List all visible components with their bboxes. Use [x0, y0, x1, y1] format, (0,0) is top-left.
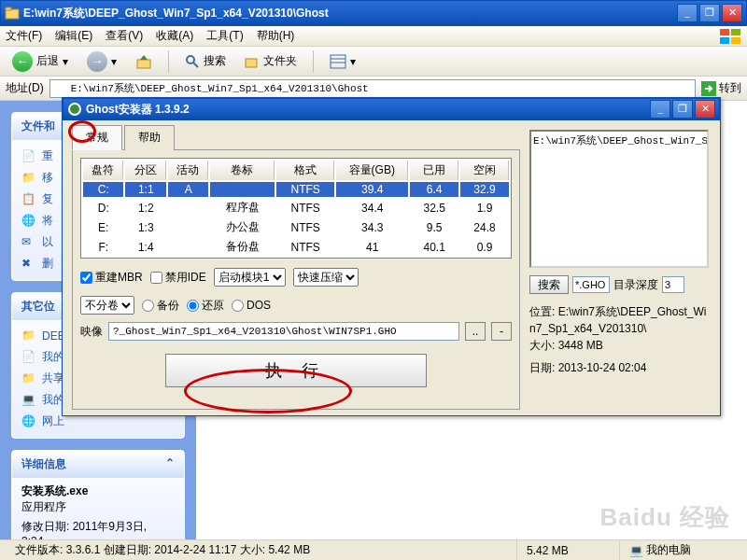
tab-general[interactable]: 常规: [72, 125, 122, 150]
col-active[interactable]: 活动: [168, 161, 208, 180]
folder-up-icon: [135, 53, 152, 70]
address-input[interactable]: [49, 79, 696, 98]
compression-select[interactable]: 快速压缩: [293, 268, 359, 287]
menu-file[interactable]: 文件(F): [6, 28, 42, 44]
backup-radio[interactable]: 备份: [142, 298, 179, 314]
table-row[interactable]: F:1:4备份盘NTFS4140.10.9: [83, 238, 509, 256]
maximize-button[interactable]: ❐: [699, 4, 720, 22]
depth-input[interactable]: [662, 276, 684, 293]
image-path-input[interactable]: [108, 322, 459, 341]
tab-bar: 常规 帮助: [72, 124, 520, 150]
svg-rect-3: [731, 29, 740, 35]
dos-radio[interactable]: DOS: [232, 299, 271, 312]
table-row[interactable]: E:1:3办公盘NTFS34.39.524.8: [83, 218, 509, 236]
folders-button[interactable]: 文件夹: [238, 50, 303, 72]
svg-point-15: [70, 105, 79, 114]
menu-help[interactable]: 帮助(H): [257, 28, 295, 44]
details-modified: 修改日期: 2011年9月3日,: [21, 519, 175, 535]
col-drive[interactable]: 盘符: [83, 161, 123, 180]
views-icon: [330, 54, 346, 69]
toolbar: ←后退▾ →▾ 搜索 文件夹 ▾: [0, 47, 747, 77]
remove-button[interactable]: -: [491, 322, 512, 341]
col-free[interactable]: 空闲: [460, 161, 509, 180]
details-panel-title: 详细信息: [21, 456, 66, 472]
svg-rect-6: [137, 60, 150, 68]
date-value: 2013-10-24 02:04: [558, 361, 647, 374]
chevron-up-icon[interactable]: ⌃: [165, 456, 175, 472]
dialog-minimize-button[interactable]: _: [650, 100, 670, 119]
places-panel-title: 其它位: [21, 299, 55, 315]
svg-rect-2: [720, 29, 729, 35]
dialog-maximize-button[interactable]: ❐: [672, 100, 693, 119]
svg-rect-5: [731, 37, 740, 44]
menu-edit[interactable]: 编辑(E): [55, 28, 92, 44]
folder-icon: [5, 6, 20, 21]
ghost-dialog: Ghost安装器 1.3.9.2 _ ❐ ✕ 常规 帮助 盘符 分区 活动 卷标…: [62, 97, 721, 416]
rebuild-mbr-checkbox[interactable]: 重建MBR: [80, 270, 143, 286]
app-icon: [67, 102, 82, 117]
search-icon: [185, 54, 200, 69]
browse-button[interactable]: ..: [465, 322, 486, 341]
menu-tools[interactable]: 工具(T): [206, 28, 243, 44]
chevron-down-icon: ▾: [63, 55, 68, 68]
image-label: 映像: [80, 324, 103, 340]
col-used[interactable]: 已用: [410, 161, 458, 180]
search-gho-button[interactable]: 搜索: [529, 275, 569, 294]
back-icon: ←: [12, 51, 33, 72]
partition-table[interactable]: 盘符 分区 活动 卷标 格式 容量(GB) 已用 空闲 C:1:1ANTFS39…: [80, 158, 512, 259]
col-format[interactable]: 格式: [276, 161, 334, 180]
dialog-title: Ghost安装器 1.3.9.2: [86, 102, 650, 118]
disable-ide-checkbox[interactable]: 禁用IDE: [150, 270, 206, 286]
restore-radio[interactable]: 还原: [187, 298, 224, 314]
split-select[interactable]: 不分卷: [80, 296, 134, 315]
folder-icon: 📁: [21, 329, 36, 343]
explorer-titlebar: E:\win7系统\DEEP_Ghost_Win7_Sp1_x64_V20131…: [0, 0, 747, 26]
copy-icon: 📋: [21, 192, 36, 207]
col-partition[interactable]: 分区: [125, 161, 165, 180]
computer-icon: 💻: [21, 393, 36, 408]
size-value: 3448 MB: [558, 339, 603, 352]
col-capacity[interactable]: 容量(GB): [336, 161, 408, 180]
menu-view[interactable]: 查看(V): [106, 28, 143, 44]
table-row[interactable]: D:1:2程序盘NTFS34.432.51.9: [83, 199, 509, 217]
menu-favorites[interactable]: 收藏(A): [156, 28, 193, 44]
rename-icon: 📄: [21, 149, 36, 164]
boot-module-select[interactable]: 启动模块1: [214, 268, 286, 287]
col-label[interactable]: 卷标: [210, 161, 275, 180]
svg-rect-1: [6, 7, 11, 10]
views-button[interactable]: ▾: [323, 51, 362, 72]
svg-point-7: [187, 56, 194, 63]
chevron-down-icon: ▾: [350, 55, 356, 68]
extension-input[interactable]: [572, 276, 610, 293]
location-label: 位置:: [529, 305, 558, 318]
forward-button[interactable]: →▾: [80, 49, 123, 75]
tasks-panel-title: 文件和: [21, 119, 55, 134]
svg-line-8: [193, 63, 198, 67]
folders-icon: [245, 54, 260, 69]
table-row[interactable]: C:1:1ANTFS39.46.432.9: [83, 182, 509, 197]
forward-icon: →: [87, 51, 107, 72]
web-icon: 🌐: [21, 214, 36, 229]
search-button[interactable]: 搜索: [178, 50, 233, 72]
back-button[interactable]: ←后退▾: [6, 49, 75, 75]
status-size: 5.42 MB: [517, 540, 620, 560]
close-button[interactable]: ✕: [722, 4, 742, 22]
explorer-title: E:\win7系统\DEEP_Ghost_Win7_Sp1_x64_V20131…: [23, 6, 677, 21]
tab-help[interactable]: 帮助: [124, 125, 175, 150]
shared-icon: 📁: [21, 371, 36, 386]
go-icon: [701, 81, 716, 96]
dialog-close-button[interactable]: ✕: [695, 100, 715, 119]
chevron-down-icon: ▾: [111, 55, 117, 68]
move-icon: 📁: [21, 171, 36, 186]
go-button[interactable]: 转到: [701, 80, 741, 96]
svg-rect-9: [246, 59, 257, 67]
up-button[interactable]: [129, 50, 159, 73]
minimize-button[interactable]: _: [677, 4, 698, 22]
watermark: Baidu 经验: [600, 501, 730, 534]
gho-listbox[interactable]: E:\win7系统\DEEP_Ghost_Win7_Sp:: [529, 130, 709, 268]
execute-button[interactable]: 执 行: [165, 354, 427, 387]
status-bar: 文件版本: 3.3.6.1 创建日期: 2014-2-24 11:17 大小: …: [0, 539, 747, 560]
details-filename: 安装系统.exe: [21, 483, 175, 499]
details-filetype: 应用程序: [21, 499, 175, 515]
windows-logo-icon: [719, 28, 741, 45]
